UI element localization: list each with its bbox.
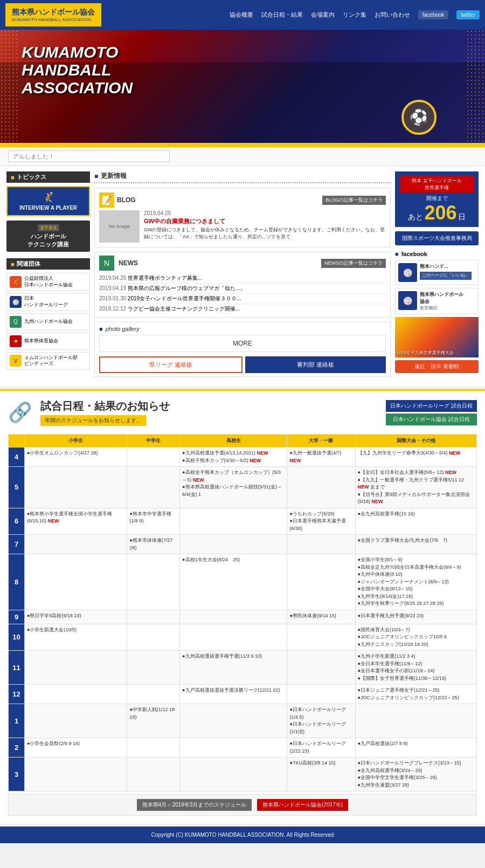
cell-elementary	[25, 467, 127, 508]
col-junior: 中学生	[127, 435, 180, 447]
sports-button[interactable]: 国際スポーツ大会推進事務局	[395, 231, 479, 245]
county-btn1[interactable]: 県リーグ 連絡板	[99, 356, 242, 373]
col-elementary: 小学生	[25, 435, 127, 447]
nav-about[interactable]: 協会概要	[230, 11, 253, 19]
nav-schedule[interactable]: 試合日程・結果	[261, 11, 303, 19]
cell-high	[180, 624, 287, 651]
fb-card-0: 🏐 熊本ハンド... このページに「いいね」	[395, 260, 479, 285]
related-item-3[interactable]: ★ 熊本県体育協会	[6, 333, 90, 350]
news-text-3: ラグビー協会主催コーチングクリニック開催...	[128, 306, 240, 312]
updates-title: ■ 更新情報	[94, 171, 391, 183]
cell-high	[180, 535, 287, 554]
news-text-0: 世界選手権ボランティア募集...	[128, 275, 202, 281]
schedule-btn1[interactable]: 日本ハンドボールリーグ 試合日程	[386, 400, 477, 412]
col-high: 高校生	[180, 435, 287, 447]
schedule-btns: 日本ハンドボールリーグ 試合日程 日本ハンドボール協会 試合日程	[386, 400, 477, 425]
cd-middle: 開催まで	[399, 195, 474, 202]
schedule-section: 🔗 試合日程・結果のお知らせ 年間のスケジュールをお知らせします。 日本ハンドボ…	[0, 389, 485, 824]
footer: Copyright (C) KUMAMOTO HANDBALL ASSOCIAT…	[0, 826, 485, 843]
schedule-title-jp: 試合日程・結果のお知らせ	[40, 399, 378, 414]
col-international: 国際大会・その他	[355, 435, 477, 447]
cell-college: ●うちわカップ(6/29)●日本選手権熊本木漏予選(6/30)	[287, 508, 355, 535]
header-logo: 熊本県ハンドボール協会 KUMAMOTO HANDBALL ASSOCIATIO…	[5, 3, 101, 26]
blog-desc: GWの登録につきまして、協会が休みとなるため、チーム登録ができなくなります。ご利…	[144, 226, 386, 240]
related-item-1[interactable]: 🏐 日本ハンドボールリーグ	[6, 293, 90, 311]
cell-college: ●TKU高校(3/8 14 15)	[287, 757, 355, 791]
schedule-btn2[interactable]: 日本ハンドボール協会 試合日程	[386, 414, 477, 425]
month-cell: 2	[9, 738, 25, 757]
footer-btn1[interactable]: 熊本県4月～2019年3月までのスケジュール	[137, 799, 252, 811]
nav-venue[interactable]: 会場案内	[311, 11, 335, 19]
interview-button[interactable]: 🤾 INTERVIEW A PLAYER	[6, 186, 90, 216]
fb-sub-1: 教育機関	[420, 305, 463, 311]
left-sidebar: ■ トピックス 🤾 INTERVIEW A PLAYER 選手直送 ハンドボール…	[6, 171, 90, 381]
nav-links[interactable]: リンク集	[343, 11, 366, 19]
hero-line3: ASSOCIATION	[22, 79, 133, 97]
right-sidebar: 熊本 女子ハンドボール世界選手権 開催まで あと 206 日 国際スポーツ大会推…	[395, 171, 479, 381]
cell-junior	[127, 624, 180, 651]
month-cell: 10	[9, 624, 25, 651]
hero-line2: HANDBALL	[22, 61, 133, 79]
news-btn[interactable]: NEWSの記事一覧はコチラ	[321, 259, 386, 268]
twitter-btn[interactable]: twitter	[456, 10, 480, 19]
footer-btn2[interactable]: 熊本県ハンドボール協会(2017年)	[257, 799, 348, 811]
tech-button[interactable]: 選手直送 ハンドボール テクニック講座	[6, 221, 90, 252]
cell-high	[180, 610, 287, 624]
interview-icon: 🤾	[10, 191, 86, 203]
related-item-4[interactable]: V ォムロンハンドボール部ビンディーズ	[6, 352, 90, 370]
like-btn-0[interactable]: このページに「いいね」	[420, 272, 472, 279]
table-row: 9●県日字学5高校(9/16 23)●県民休体連(9/14 15)●日本選手権九…	[9, 610, 477, 624]
fb-avatar-0: 🏐	[398, 263, 417, 282]
cell-junior	[127, 757, 180, 791]
cell-high	[180, 757, 287, 791]
cell-international: ●全国クラブ選手権大会/九州大会(7/6 7)	[355, 535, 477, 554]
photo-box: ■ photo gallery MORE 県リーグ 連絡板 審判部 連絡板	[94, 322, 391, 377]
table-row: 11●九州高校選抜選手権予選(11/3 9 10)●九州小学生新選(11/2 3…	[9, 651, 477, 685]
county-btn2[interactable]: 審判部 連絡板	[245, 356, 386, 373]
cell-college	[287, 467, 355, 508]
table-row: 5●高校全子熊本カップ（オムロンカップ）(5/3～5) NEW●熊本県高校選抜ハ…	[9, 467, 477, 508]
cell-junior	[127, 447, 180, 467]
month-cell: 1	[9, 704, 25, 738]
cell-high	[180, 704, 287, 738]
cell-elementary: ●小学生会員祭(2/9 9 16)	[25, 738, 127, 757]
facebook-btn[interactable]: facebook	[418, 10, 449, 19]
cell-junior	[127, 610, 180, 624]
handball-circle: ⚽	[401, 100, 436, 135]
tourism-btn[interactable]: 遠征・語学 首都館	[395, 360, 479, 373]
schedule-title-box: 試合日程・結果のお知らせ 年間のスケジュールをお知らせします。	[40, 399, 378, 426]
topics-icon: ■	[11, 174, 15, 181]
table-row: 4●小学生オムロンカップ(4/27 28)●九州高校選抜予選(4/13,14,2…	[9, 447, 477, 467]
center-content: ■ 更新情報 📝 BLOG BLOGの記事一覧はコチラ No Image 201…	[94, 171, 391, 381]
nav-contact[interactable]: お問い合わせ	[375, 11, 410, 19]
logo-sub: KUMAMOTO HANDBALL ASSOCIATION	[12, 17, 95, 22]
cd-number: 206	[424, 203, 456, 223]
more-button[interactable]: MORE	[99, 335, 386, 352]
related-icon-2: Q	[10, 316, 22, 328]
cell-junior	[127, 467, 180, 508]
blog-icon: 📝	[99, 192, 114, 208]
table-row: 8●高校1年生大会(8/24 25)●全国小学生(8/1～9)●高校全定九州70…	[9, 554, 477, 610]
cell-international: ●国民体育大会(10/3～7)●JOCジュニアオリンピックカップ10/5 6●九…	[355, 624, 477, 651]
related-item-0[interactable]: 🤾 公益財団法人日本ハンドボール協会	[6, 273, 90, 291]
cell-international: ●全九州高校選手権(15 16)	[355, 508, 477, 535]
cell-high: ●九戸高校選抜選抜予選決勝リーグ(12/21 22)	[180, 685, 287, 704]
related-item-2[interactable]: Q 九州ハンドボール協会	[6, 313, 90, 330]
cell-college	[287, 554, 355, 610]
fb-img-caption: 2019女子九州世界選手権大会	[397, 350, 454, 356]
table-footer: 熊本県4月～2019年3月までのスケジュール 熊本県ハンドボール協会(2017年…	[8, 794, 477, 816]
search-input[interactable]	[8, 150, 170, 162]
blog-btn[interactable]: BLOGの記事一覧はコチラ	[322, 196, 386, 205]
cell-college: ●県民休体連(9/14 15)	[287, 610, 355, 624]
month-cell: 6	[9, 508, 25, 535]
cell-elementary: ●県日字学5高校(9/16 23)	[25, 610, 127, 624]
dots-right	[466, 30, 485, 143]
cell-college: ●日本ハンドボールリーグ(1/4 5)●日本ハンドボールリーグ(1/1頃)	[287, 704, 355, 738]
footer-text: Copyright (C) KUMAMOTO HANDBALL ASSOCIAT…	[151, 832, 334, 838]
header-nav: 協会概要 試合日程・結果 会場案内 リンク集 お問い合わせ facebook t…	[112, 10, 480, 19]
month-cell: 12	[9, 685, 25, 704]
dots-left	[0, 30, 19, 143]
news-item-1: 2019.04.19 熊本県の広報グループ様のウェブマガ「似た...」	[99, 284, 386, 294]
yellow-strip	[0, 143, 485, 147]
topics-title: ■ トピックス	[6, 171, 90, 183]
